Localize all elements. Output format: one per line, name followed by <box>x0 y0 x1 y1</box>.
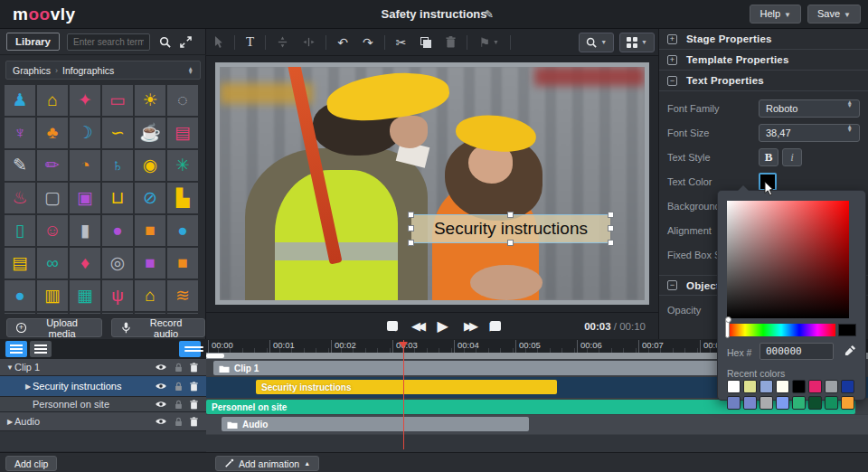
library-icon-thought-bubble-square[interactable]: ■ <box>135 248 165 278</box>
section-template-properties[interactable]: +Template Properties <box>659 50 868 71</box>
save-button[interactable]: Save▼ <box>807 5 861 24</box>
library-icon-pie-chart[interactable]: ◔ <box>70 150 100 181</box>
playhead-marker[interactable] <box>399 342 408 348</box>
lock-icon[interactable] <box>175 417 183 427</box>
recent-color-swatch-6[interactable] <box>825 380 838 393</box>
timeline-view-detailed-button[interactable] <box>5 341 27 357</box>
align-vertical-icon[interactable] <box>277 36 288 48</box>
library-icon-blob-gray[interactable]: ● <box>70 313 100 314</box>
collapse-caret-icon[interactable]: ▼ <box>5 363 14 372</box>
visibility-icon[interactable] <box>155 400 167 409</box>
section-text-properties[interactable]: −Text Properties <box>659 71 868 91</box>
recent-color-swatch-4[interactable] <box>792 380 806 393</box>
recent-color-swatch-14[interactable] <box>825 396 838 410</box>
library-icon-starburst[interactable]: ✳ <box>167 150 198 181</box>
library-icon-spiral[interactable]: ◎ <box>102 248 133 278</box>
hex-input[interactable] <box>760 343 834 360</box>
library-icon-pen[interactable]: ✎ <box>5 150 35 181</box>
search-input[interactable] <box>67 33 150 51</box>
library-icon-speech-bubble-round[interactable]: ● <box>167 215 198 246</box>
library-icon-leaf[interactable]: ● <box>5 313 35 314</box>
recent-color-swatch-8[interactable] <box>727 396 741 410</box>
library-icon-marker[interactable]: ✏ <box>37 150 68 181</box>
rewind-button[interactable]: ◀◀ <box>411 320 422 332</box>
font-family-select[interactable]: Roboto ▲▼ <box>759 99 860 118</box>
resize-handle[interactable] <box>507 240 514 246</box>
recent-color-swatch-7[interactable] <box>841 380 854 393</box>
library-icon-lightbulb[interactable]: ☀ <box>135 85 165 116</box>
zoom-dropdown-button[interactable]: ▼ <box>579 33 614 52</box>
select-cursor-tool[interactable] <box>213 35 223 49</box>
recent-color-swatch-13[interactable] <box>808 396 822 410</box>
library-icon-no-entry[interactable]: ⊘ <box>135 183 165 213</box>
resize-handle[interactable] <box>507 212 514 218</box>
library-icon-speech-bubble-square[interactable]: ■ <box>135 215 165 246</box>
library-icon-smartphone[interactable]: ▯ <box>5 215 35 246</box>
security-instructions-bar[interactable]: Security instructions <box>256 380 557 394</box>
scrollbar-thumb[interactable] <box>206 354 224 358</box>
library-icon-sunglasses[interactable]: ∞ <box>37 248 68 278</box>
library-icon-usb[interactable]: ψ <box>102 280 133 311</box>
resize-handle[interactable] <box>608 240 614 246</box>
library-icon-mustache[interactable]: ∽ <box>102 118 133 148</box>
redo-icon[interactable]: ↷ <box>363 35 373 50</box>
timeline-view-compact-button[interactable] <box>30 341 52 357</box>
library-icon-blob-teal[interactable]: ● <box>135 313 165 314</box>
add-animation-button[interactable]: Add animation▲ <box>215 456 319 471</box>
help-button[interactable]: Help▼ <box>750 5 801 24</box>
library-icon-spray-bottle[interactable]: ♦ <box>70 248 100 278</box>
section-stage-properties[interactable]: +Stage Properties <box>659 29 868 50</box>
resize-handle[interactable] <box>408 240 414 246</box>
library-icon-houses[interactable]: ⌂ <box>135 280 165 311</box>
recent-color-swatch-2[interactable] <box>760 380 773 393</box>
undo-icon[interactable]: ↶ <box>337 35 348 50</box>
visibility-icon[interactable] <box>155 363 167 372</box>
library-icon-necklace[interactable]: ♆ <box>5 118 35 148</box>
delete-icon[interactable] <box>446 36 456 48</box>
text-tool[interactable]: T <box>246 34 254 50</box>
visibility-icon[interactable] <box>155 382 167 391</box>
italic-button[interactable]: i <box>782 148 802 166</box>
skip-start-button[interactable]: ◀ <box>387 320 396 332</box>
track-row-personnel-on-site[interactable]: Personnel on site <box>0 397 206 412</box>
trash-icon[interactable] <box>190 417 198 427</box>
text-overlay-selected[interactable]: Security instructions <box>411 214 611 243</box>
audio-bar[interactable]: Audio <box>222 417 529 431</box>
library-icon-factory[interactable]: ⌂ <box>37 85 68 116</box>
font-size-select[interactable]: 38,47 ▲▼ <box>759 124 860 142</box>
recent-color-swatch-0[interactable] <box>727 380 741 393</box>
record-audio-button[interactable]: Record audio <box>111 318 205 337</box>
trash-icon[interactable] <box>190 363 198 373</box>
library-icon-meeting[interactable]: ♣ <box>37 118 68 148</box>
recent-color-swatch-1[interactable] <box>743 380 757 393</box>
library-icon-wifi[interactable]: ≋ <box>167 280 198 311</box>
library-icon-shopping-bag[interactable]: ▣ <box>70 183 100 213</box>
expand-panel-icon[interactable] <box>180 36 192 48</box>
visibility-icon[interactable] <box>155 417 167 426</box>
recent-color-swatch-5[interactable] <box>808 380 822 393</box>
lock-icon[interactable] <box>175 400 183 410</box>
skip-end-button[interactable]: ▶ <box>490 320 499 332</box>
resize-handle[interactable] <box>408 225 414 231</box>
library-icon-laptop[interactable]: ▭ <box>102 85 133 116</box>
tab-library[interactable]: Library <box>6 33 60 51</box>
copy-icon[interactable] <box>420 37 431 48</box>
library-icon-soda-can[interactable]: ▮ <box>70 215 100 246</box>
recent-color-swatch-12[interactable] <box>792 396 806 410</box>
library-icon-truck[interactable]: ▥ <box>37 280 68 311</box>
search-icon[interactable] <box>159 36 171 48</box>
track-row-clip1[interactable]: ▼ Clip 1 <box>0 359 206 376</box>
resize-handle[interactable] <box>408 212 414 218</box>
library-icon-speech-bubble[interactable]: ● <box>102 215 133 246</box>
edit-title-icon[interactable]: ✎ <box>485 8 494 21</box>
recent-color-swatch-11[interactable] <box>776 396 789 410</box>
library-icon-thought-bubble-square-2[interactable]: ■ <box>167 248 198 278</box>
track-row-audio[interactable]: ▶ Audio <box>0 412 206 431</box>
library-icon-key[interactable]: ✦ <box>70 85 100 116</box>
recent-color-swatch-10[interactable] <box>760 396 773 410</box>
recent-color-swatch-9[interactable] <box>743 396 757 410</box>
library-icon-thought-bubble-round[interactable]: ● <box>5 280 35 311</box>
eyedropper-icon[interactable] <box>844 345 856 356</box>
library-icon-blob-yellow[interactable]: ● <box>102 313 133 314</box>
library-icon-shopping-cart[interactable]: ⊔ <box>102 183 133 213</box>
